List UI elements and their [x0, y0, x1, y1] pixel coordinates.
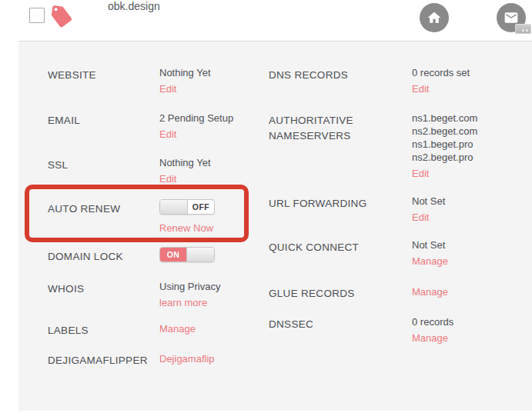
quick-connect-manage-link[interactable]: Manage	[412, 255, 532, 268]
setting-value: 0 records set	[412, 66, 532, 79]
setting-value: Not Set	[412, 195, 532, 208]
setting-value: Nothing Yet	[159, 66, 273, 79]
setting-label: LABELS	[48, 323, 163, 338]
setting-label: AUTO RENEW	[48, 202, 163, 217]
setting-value-group: OFFRenew Now	[159, 200, 273, 235]
setting-value-group: Manage	[412, 285, 532, 298]
setting-label: WHOIS	[48, 281, 163, 297]
dejigamaflipper-dejigamaflip-link[interactable]: Dejigamaflip	[159, 352, 273, 365]
setting-value: Nothing Yet	[159, 156, 273, 169]
authoritative-nameservers-edit-link[interactable]: Edit	[412, 167, 532, 180]
url-forwarding-edit-link[interactable]: Edit	[412, 211, 532, 224]
email-services-button[interactable]	[497, 3, 526, 32]
email-edit-link[interactable]: Edit	[159, 128, 273, 141]
setting-value-group: 0 recordsManage	[412, 315, 532, 345]
setting-label: DEJIGAMAFLIPPER	[48, 353, 163, 368]
toggle-state-label: ON	[160, 248, 186, 261]
setting-value-group: ns1.beget.comns2.beget.comns1.beget.pron…	[412, 112, 532, 180]
setting-value: ns1.beget.com	[412, 112, 532, 125]
glue-records-manage-link[interactable]: Manage	[412, 285, 532, 298]
setting-value-group: Not SetEdit	[412, 195, 532, 224]
setting-label: URL FORWARDING	[269, 196, 407, 211]
setting-value-group: Not SetManage	[412, 238, 532, 268]
auto-renew-renew-now-link[interactable]: Renew Now	[159, 221, 273, 235]
labels-manage-link[interactable]: Manage	[159, 322, 273, 335]
setting-value: 2 Pending Setup	[159, 112, 273, 125]
toggle-knob	[160, 200, 188, 214]
select-domain-checkbox[interactable]	[29, 8, 45, 23]
tag-icon[interactable]	[49, 5, 74, 29]
home-button[interactable]	[420, 3, 449, 32]
setting-label: DOMAIN LOCK	[48, 249, 163, 265]
setting-label: GLUE RECORDS	[269, 286, 407, 301]
setting-value: Not Set	[412, 238, 532, 251]
setting-label: WEBSITE	[48, 68, 163, 83]
setting-value-group: 0 records setEdit	[412, 66, 532, 95]
setting-value-group: Manage	[159, 321, 273, 335]
setting-value-group: Dejigamaflip	[159, 351, 273, 365]
website-edit-link[interactable]: Edit	[159, 82, 273, 95]
whois-learn-more-link[interactable]: learn more	[159, 296, 273, 309]
toggle-knob	[186, 248, 214, 261]
home-icon	[427, 10, 442, 25]
setting-value: ns2.beget.com	[412, 125, 532, 138]
setting-value-group: Nothing YetEdit	[159, 66, 273, 95]
ssl-edit-link[interactable]: Edit	[159, 172, 273, 185]
setting-value: ns2.beget.pro	[412, 151, 532, 164]
domain-title: obk.design	[108, 0, 160, 12]
setting-label: SSL	[48, 158, 163, 173]
auto-renew-toggle[interactable]: OFF	[159, 199, 215, 215]
setting-value-group: 2 Pending SetupEdit	[159, 112, 273, 141]
setting-value-group: Nothing YetEdit	[159, 156, 273, 185]
dnssec-manage-link[interactable]: Manage	[412, 331, 532, 345]
setting-label: AUTHORITATIVE NAMESERVERS	[269, 113, 407, 144]
setting-label: DNSSEC	[269, 317, 407, 332]
domain-details-page: obk.design WEBSITENothing YetEditEMAIL2 …	[0, 0, 532, 413]
setting-value-group: Using Privacylearn more	[159, 280, 273, 309]
setting-label: EMAIL	[48, 113, 163, 128]
toggle-state-label: OFF	[188, 200, 214, 214]
server-badge-icon	[515, 24, 531, 34]
email-icon	[504, 10, 519, 25]
setting-label: QUICK CONNECT	[269, 240, 407, 255]
domain-settings-panel: WEBSITENothing YetEditEMAIL2 Pending Set…	[18, 41, 532, 411]
dns-records-edit-link[interactable]: Edit	[412, 82, 532, 95]
setting-value-group: ON	[159, 248, 273, 262]
setting-value: 0 records	[412, 315, 532, 328]
setting-value: ns1.beget.pro	[412, 138, 532, 151]
setting-value: Using Privacy	[159, 280, 273, 293]
domain-lock-toggle[interactable]: ON	[159, 247, 215, 262]
setting-label: DNS RECORDS	[269, 68, 407, 83]
